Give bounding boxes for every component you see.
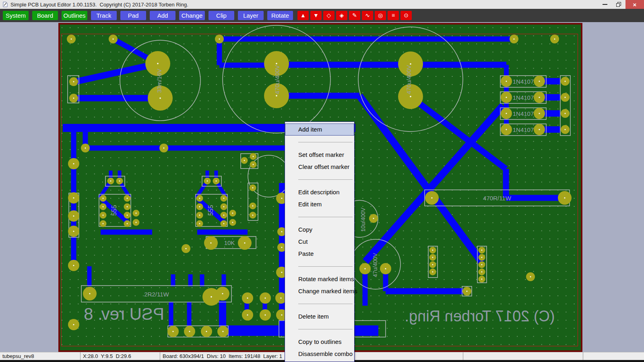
status-panel-empty (463, 352, 583, 360)
ring-box-icon[interactable]: ◎ (375, 11, 386, 20)
label-cap3: 470u/400V (405, 65, 412, 95)
context-menu-item-edit-description[interactable]: Edit description (285, 186, 354, 198)
label-diode2: 1N4107 (513, 94, 534, 101)
menu-button-system[interactable]: System (3, 11, 29, 20)
label-diode1: 1N4107 (513, 78, 534, 85)
silkscreen-psu-rev: PSU rev. 8 (84, 304, 164, 323)
status-filename: tubepsu_rev8 (0, 352, 80, 360)
down-triangle-icon[interactable]: ▼ (310, 11, 322, 20)
minimize-icon (603, 4, 607, 5)
toolbar: System Board Outlines Track Pad Add Chan… (0, 9, 644, 22)
app-icon (2, 2, 8, 7)
context-menu-item-cut[interactable]: Cut (285, 236, 354, 248)
menu-separator (285, 297, 354, 311)
menu-button-change[interactable]: Change (179, 11, 205, 20)
menu-lines-icon[interactable]: ≡ (388, 11, 399, 20)
close-icon: × (633, 1, 637, 8)
context-menu: Add item Set offset marker Clear offset … (285, 121, 355, 362)
label-ic2: 555 (207, 205, 214, 216)
menu-separator (285, 260, 354, 273)
label-cap1: 33m/16V (156, 69, 163, 93)
up-triangle-icon[interactable]: ▲ (297, 11, 309, 20)
context-menu-item-disassemble-combo[interactable]: Disassemble combo (285, 348, 354, 360)
context-menu-item-clear-offset-marker[interactable]: Clear offset marker (285, 161, 354, 173)
status-panel-empty (583, 352, 644, 360)
menu-button-board[interactable]: Board (32, 11, 58, 20)
label-diode3: 1N4107 (513, 110, 534, 117)
label-res-2r2: 2R2/11W (144, 291, 169, 298)
context-menu-item-copy-to-outlines[interactable]: Copy to outlines (285, 336, 354, 348)
workspace: 33m/16V 470u/400V 470u/400V 10u/400V 47u… (0, 22, 644, 352)
menu-button-layer[interactable]: Layer (238, 11, 264, 20)
curve-icon[interactable]: ∿ (362, 11, 373, 20)
context-menu-item-set-offset-marker[interactable]: Set offset marker (285, 149, 354, 161)
menu-separator (285, 323, 354, 336)
context-menu-item-copy[interactable]: Copy (285, 224, 354, 236)
context-menu-item-paste[interactable]: Paste (285, 248, 354, 260)
diamond-icon[interactable]: ◇ (323, 11, 334, 20)
diamond-box-icon[interactable]: ◈ (336, 11, 347, 20)
label-res-10k: 10K (224, 239, 235, 246)
window-title: Simple PCB Layout Editor 1.00.1153. Copy… (10, 2, 188, 8)
menu-separator (285, 210, 354, 224)
context-menu-item-edit-item[interactable]: Edit item (285, 198, 354, 210)
restore-button[interactable] (612, 0, 625, 9)
close-button[interactable]: × (625, 0, 644, 9)
label-diode4: 1N4107 (513, 126, 534, 133)
menu-button-outlines[interactable]: Outlines (62, 11, 87, 20)
menu-button-track[interactable]: Track (91, 11, 117, 20)
context-menu-item-add-item[interactable]: Add item (285, 123, 354, 136)
menu-separator (285, 173, 354, 186)
label-cap-10u: 10u/400V (360, 207, 366, 232)
menu-button-pad[interactable]: Pad (120, 11, 146, 20)
context-menu-item-change-marked-items[interactable]: Change marked items (285, 285, 354, 297)
silkscreen-copyright: (C) 2017 Torben Ring. (405, 308, 555, 325)
label-ic1: 555 (111, 205, 118, 216)
target-icon[interactable]: ⊙ (400, 11, 412, 20)
label-res-470r: 470R/11W (483, 195, 512, 202)
label-cap2: 470u/400V (274, 65, 281, 95)
pencil-icon[interactable]: ✎ (349, 11, 360, 20)
minimize-button[interactable] (598, 0, 612, 9)
menu-separator (285, 136, 354, 149)
restore-icon (616, 3, 620, 7)
menu-button-add[interactable]: Add (150, 11, 175, 20)
menu-button-rotate[interactable]: Rotate (267, 11, 293, 20)
status-panel-empty (343, 352, 463, 360)
status-cursor-coords: X:28.0 Y:9.5 D:29.6 (80, 352, 160, 360)
context-menu-item-delete-item[interactable]: Delete item (285, 311, 354, 323)
context-menu-item-rotate-marked-items[interactable]: Rotate marked items (285, 273, 354, 285)
titlebar: Simple PCB Layout Editor 1.00.1153. Copy… (0, 0, 644, 9)
label-cap-47u: 47u/400V (372, 253, 378, 277)
menu-button-clip[interactable]: Clip (208, 11, 234, 20)
